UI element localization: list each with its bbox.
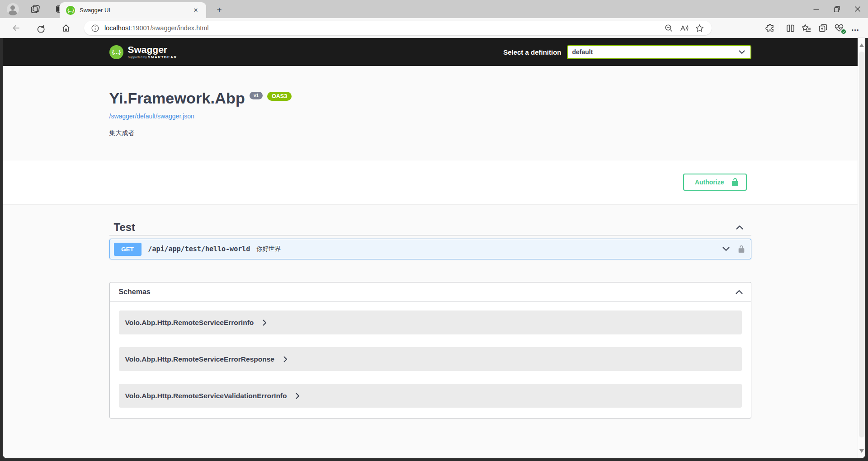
zoom-out-icon[interactable]	[661, 21, 676, 35]
browser-viewport: {…} Swagger Supported by SMARTBEAR Selec…	[3, 38, 865, 458]
schemas-chevron-up-icon[interactable]	[736, 290, 743, 294]
info-section: Yi.Framework.Abp v1 OAS3 /swagger/defaul…	[3, 66, 858, 160]
profile-button[interactable]	[5, 0, 21, 18]
definition-select[interactable]: default	[567, 45, 751, 59]
scrollbar-down-arrow[interactable]	[859, 449, 864, 453]
scrollbar-thumb[interactable]	[859, 52, 864, 437]
browser-essentials-icon[interactable]	[831, 20, 847, 36]
browser-toolbar: localhost:19001/swagger/index.html	[0, 18, 868, 38]
address-bar[interactable]: localhost:19001/swagger/index.html	[84, 21, 712, 35]
oas3-badge: OAS3	[267, 92, 292, 101]
new-tab-button[interactable]: +	[212, 4, 226, 16]
model-row-remote-service-error-info[interactable]: Volo.Abp.Http.RemoteServiceErrorInfo	[119, 310, 742, 334]
swagger-favicon-icon: {…}	[66, 6, 75, 15]
chevron-right-icon	[296, 393, 300, 399]
chevron-down-icon	[739, 50, 745, 54]
browser-tab-swagger-ui[interactable]: {…} Swagger UI ✕	[60, 2, 206, 18]
version-badge: v1	[250, 92, 263, 99]
model-name: Volo.Abp.Http.RemoteServiceValidationErr…	[125, 392, 287, 400]
model-name: Volo.Abp.Http.RemoteServiceErrorResponse	[125, 355, 274, 363]
schemas-section: Schemas Volo.Abp.Http.RemoteServiceError…	[109, 282, 751, 419]
chevron-right-icon	[263, 320, 267, 326]
swagger-logo-icon: {…}	[109, 45, 123, 59]
model-name: Volo.Abp.Http.RemoteServiceErrorInfo	[125, 319, 254, 327]
refresh-button[interactable]	[32, 19, 50, 37]
operation-get-hello-world[interactable]: GET /api/app/test/hello-world 你好世界	[109, 239, 751, 259]
site-info-icon[interactable]	[91, 24, 99, 32]
read-aloud-icon[interactable]	[676, 21, 692, 35]
swagger-page: {…} Swagger Supported by SMARTBEAR Selec…	[3, 38, 858, 458]
authorize-label: Authorize	[695, 179, 724, 186]
api-title: Yi.Framework.Abp	[109, 89, 245, 107]
select-definition-label: Select a definition	[503, 48, 561, 56]
page-scrollbar[interactable]	[858, 38, 865, 458]
model-row-remote-service-validation-error-info[interactable]: Volo.Abp.Http.RemoteServiceValidationErr…	[119, 384, 742, 408]
swagger-logo-text: Swagger	[128, 45, 177, 54]
scheme-container: Authorize	[3, 160, 858, 204]
back-button[interactable]	[7, 19, 25, 37]
window-restore-button[interactable]	[826, 0, 847, 18]
toolbar-divider	[780, 24, 780, 33]
operation-path: /api/app/test/hello-world	[148, 245, 250, 253]
model-row-remote-service-error-response[interactable]: Volo.Abp.Http.RemoteServiceErrorResponse	[119, 347, 742, 371]
scrollbar-up-arrow[interactable]	[859, 43, 864, 47]
swagger-logo-tagline: Supported by SMARTBEAR	[128, 55, 177, 59]
swagger-topbar: {…} Swagger Supported by SMARTBEAR Selec…	[3, 38, 858, 66]
method-badge-get: GET	[114, 243, 142, 256]
avatar	[7, 3, 19, 15]
expand-chevron-down-icon[interactable]	[722, 247, 730, 251]
schemas-header[interactable]: Schemas	[110, 282, 751, 301]
favorite-star-icon[interactable]	[692, 21, 707, 35]
tag-section-test: Test GET /api/app/test/hello-world 你好世界	[109, 219, 751, 259]
collections-icon[interactable]	[815, 20, 831, 36]
split-screen-icon[interactable]	[782, 20, 798, 36]
spec-json-link[interactable]: /swagger/default/swagger.json	[109, 113, 751, 120]
extensions-icon[interactable]	[762, 20, 778, 36]
favorites-icon[interactable]	[798, 20, 815, 36]
operation-summary: 你好世界	[256, 245, 281, 253]
window-close-button[interactable]	[847, 0, 868, 18]
chevron-right-icon	[283, 356, 288, 362]
tag-header-test[interactable]: Test	[109, 219, 751, 235]
url-text: localhost:19001/swagger/index.html	[104, 24, 661, 32]
collapse-chevron-up-icon[interactable]	[736, 225, 743, 230]
tag-title: Test	[114, 221, 136, 234]
settings-menu-icon[interactable]: …	[847, 20, 863, 36]
browser-titlebar: {…} Swagger UI ✕ +	[0, 0, 868, 18]
workspaces-icon[interactable]	[26, 0, 44, 18]
unlocked-padlock-icon	[731, 178, 740, 187]
swagger-logo: {…} Swagger Supported by SMARTBEAR	[109, 45, 177, 59]
authorize-button[interactable]: Authorize	[683, 174, 747, 191]
home-button[interactable]	[57, 19, 75, 37]
tab-title: Swagger UI	[80, 7, 191, 14]
tab-close-icon[interactable]: ✕	[191, 5, 201, 15]
window-minimize-button[interactable]	[806, 0, 826, 18]
definition-select-value: default	[572, 48, 593, 56]
api-description: 集大成者	[109, 129, 751, 137]
operation-lock-icon[interactable]	[737, 245, 745, 253]
schemas-title: Schemas	[119, 288, 151, 296]
